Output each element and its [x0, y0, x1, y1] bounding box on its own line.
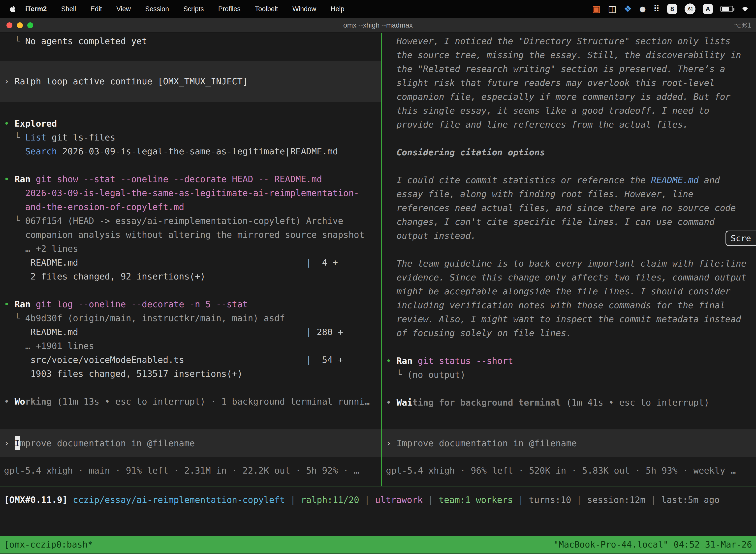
minimize-button[interactable]: [17, 22, 23, 28]
ralph-inject-banner[interactable]: › Ralph loop active continue [OMX_TMUX_I…: [0, 61, 381, 102]
window-tiling-icon[interactable]: ◫: [608, 4, 616, 13]
text-segment: ›: [4, 76, 15, 87]
text-segment: Explored: [15, 118, 57, 128]
window-shortcut-label: ⌥⌘1: [734, 21, 752, 29]
pane-left-content: └ No agents completed yet› Ralph loop ac…: [0, 33, 381, 429]
text-segment: Improve documentation in @filename: [397, 436, 577, 450]
text-segment: and-the-erosion-of-copyleft.md: [4, 202, 184, 212]
text-segment: |: [645, 495, 661, 505]
terminal-line: 1903 files changed, 513517 insertions(+): [4, 367, 381, 381]
terminal-line: Search 2026-03-09-is-legal-the-same-as-l…: [4, 145, 381, 158]
gauge-61-icon[interactable]: .61: [685, 3, 695, 14]
text-segment: ›: [386, 436, 397, 450]
terminal-line: README.md | 280 +: [4, 325, 381, 339]
terminal-line: … +2 lines: [4, 242, 381, 256]
blue-app-icon[interactable]: ❖: [624, 4, 632, 13]
terminal-line: [386, 382, 756, 396]
text-segment: README.md: [651, 175, 699, 185]
status-line-right: gpt-5.4 xhigh · 96% left · 520K in · 5.8…: [382, 464, 756, 478]
text-segment: git show --stat --oneline --decorate HEA…: [30, 174, 322, 184]
screen-recording-indicator-icon[interactable]: ▣: [592, 4, 601, 13]
text-segment: •: [386, 356, 397, 366]
menu-scripts[interactable]: Scripts: [176, 5, 211, 13]
text-segment: last:5m ago: [661, 495, 719, 505]
text-segment: No agents completed yet: [25, 36, 147, 46]
terminal-pane-right[interactable]: However, I noticed the "Directory Struct…: [382, 33, 756, 486]
traffic-lights: [6, 18, 33, 33]
dots-grid-icon[interactable]: ⠿: [653, 4, 660, 13]
text-segment: session:12m: [587, 495, 645, 505]
input-source-icon[interactable]: A: [703, 4, 713, 14]
text-segment: Considering citation options: [386, 147, 545, 157]
apple-menu-icon[interactable]: [9, 5, 16, 13]
text-segment: 2 files changed, 92 insertions(+): [4, 271, 205, 281]
reasoning-line: However, I noticed the "Directory Struct…: [386, 34, 756, 48]
text-segment: ting for background terminal: [413, 397, 561, 407]
screen-overlay-button[interactable]: Scre: [726, 231, 756, 246]
zoom-button[interactable]: [27, 22, 33, 28]
menu-profiles[interactable]: Profiles: [211, 5, 248, 13]
terminal-line: review. Also, I might want to inspect th…: [386, 312, 756, 326]
menu-window[interactable]: Window: [285, 5, 323, 13]
text-segment: [4, 146, 25, 156]
terminal-line: [386, 131, 756, 146]
tmux-status-bar: [omx-cczip0:bash* "MacBook-Pro-44.local"…: [0, 536, 756, 554]
text-segment: Ran: [15, 174, 30, 184]
text-segment: └ 067f154 (HEAD -> essay/ai-reimplementa…: [4, 216, 343, 226]
key-8-icon[interactable]: 8: [667, 4, 677, 14]
waiting-status-line: • Waiting for background terminal (1m 41…: [386, 396, 756, 409]
terminal-line: [4, 283, 381, 297]
window-title-bar[interactable]: omx --xhigh --madmax ⌥⌘1: [0, 18, 756, 33]
text-segment: cczip/essay/ai-reimplementation-copyleft: [73, 495, 285, 505]
text-segment: evidence. Since this change only affects…: [386, 272, 746, 282]
terminal-area: └ No agents completed yet› Ralph loop ac…: [0, 33, 756, 487]
terminal-line: including verification notes with those …: [386, 298, 756, 312]
prompt-input-right[interactable]: › Improve documentation in @filename: [382, 429, 756, 457]
menu-session[interactable]: Session: [138, 5, 176, 13]
menu-status-icons: ▣◫❖●⠿8.61A: [592, 3, 750, 14]
battery-icon[interactable]: [720, 6, 733, 12]
terminal-pane-left[interactable]: └ No agents completed yet› Ralph loop ac…: [0, 33, 381, 486]
text-segment: Wai: [397, 397, 413, 407]
text-segment: (1m 41s • esc to interrupt): [561, 397, 709, 407]
round-app-icon[interactable]: ●: [639, 5, 646, 13]
menu-view[interactable]: View: [109, 5, 138, 13]
text-segment: └: [4, 36, 25, 46]
text-segment: references need actual files, and since …: [386, 203, 736, 213]
menu-iterm2[interactable]: iTerm2: [17, 5, 54, 13]
terminal-line: [386, 243, 756, 257]
text-segment: including verification notes with those …: [386, 300, 725, 310]
text-segment: |: [285, 495, 301, 505]
text-segment: •: [4, 299, 15, 309]
wifi-icon[interactable]: [741, 5, 750, 13]
menu-toolbelt[interactable]: Toolbelt: [248, 5, 285, 13]
prompt-input-left[interactable]: › Improve documentation in @filename: [0, 429, 381, 457]
terminal-line: companion file, especially if more comme…: [386, 90, 756, 104]
text-segment: |: [359, 495, 375, 505]
text-segment: Ralph loop active continue [OMX_TMUX_INJ…: [15, 76, 248, 87]
text-segment: README.md | 280 +: [4, 327, 343, 337]
terminal-line: companion analysis without altering the …: [4, 228, 381, 242]
working-status-line: • Working (11m 13s • esc to interrupt) ·…: [4, 395, 381, 408]
text-segment: Wo: [15, 396, 25, 406]
text-segment: slight risk that future readers may over…: [386, 78, 714, 88]
text-segment: I could cite commit statistics or refere…: [386, 175, 651, 185]
text-segment: this single essay, it seems like a good …: [386, 106, 709, 116]
menu-help[interactable]: Help: [323, 5, 352, 13]
agents-status-line: └ No agents completed yet: [4, 34, 381, 48]
terminal-line: I could cite commit statistics or refere…: [386, 173, 756, 187]
ran-git-status-line: • Ran git status --short: [386, 354, 756, 368]
menu-edit[interactable]: Edit: [83, 5, 109, 13]
text-segment: ›: [4, 436, 15, 450]
text-segment: output instead.: [386, 231, 476, 241]
terminal-line: the "Related research writing" section i…: [386, 62, 756, 76]
terminal-line: README.md | 4 +: [4, 256, 381, 270]
iterm2-window: iTerm2ShellEditViewSessionScriptsProfile…: [0, 0, 756, 554]
terminal-line: slight risk that future readers may over…: [386, 76, 756, 90]
text-segment: └: [4, 132, 25, 143]
text-segment: └ 4b9d30f (origin/main, instructkr/main,…: [4, 313, 285, 323]
text-segment: (11m 13s • esc to interrupt) · 1 backgro…: [52, 396, 370, 406]
close-button[interactable]: [6, 22, 12, 28]
menu-shell[interactable]: Shell: [54, 5, 83, 13]
text-segment: src/voice/voiceModeEnabled.ts | 54 +: [4, 355, 343, 365]
